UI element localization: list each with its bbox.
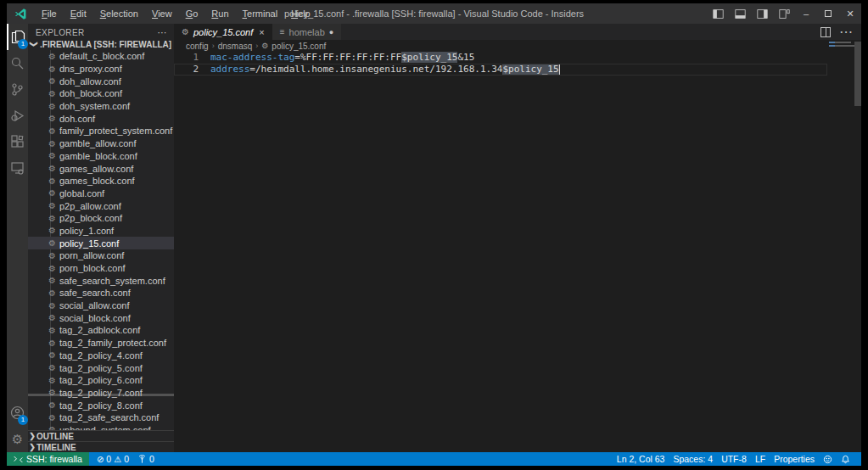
- gear-file-icon: ⚙: [48, 102, 56, 111]
- outline-section[interactable]: ❯ OUTLINE: [28, 430, 174, 441]
- file-name: p2p_allow.conf: [59, 201, 121, 211]
- tab-policy-15[interactable]: ⚙ policy_15.conf ×: [174, 24, 272, 40]
- file-item[interactable]: ⚙tag_2_policy_7.conf: [28, 387, 174, 400]
- file-item[interactable]: ⚙tag_2_policy_5.conf: [28, 361, 174, 374]
- editor-more-actions-icon[interactable]: ⋯: [839, 24, 853, 40]
- file-item[interactable]: ⚙doh.conf: [28, 112, 174, 125]
- language-mode[interactable]: Properties: [770, 454, 819, 464]
- gear-file-icon: ⚙: [48, 301, 56, 311]
- indentation-indicator[interactable]: Spaces: 4: [669, 454, 717, 464]
- file-item[interactable]: ⚙doh_system.conf: [28, 100, 174, 113]
- explorer-more-actions-icon[interactable]: ⋯: [158, 27, 167, 38]
- file-item[interactable]: ⚙p2p_allow.conf: [28, 199, 174, 212]
- gear-file-icon: ⚙: [48, 214, 56, 223]
- file-item[interactable]: ⚙global.conf: [28, 187, 174, 200]
- file-item[interactable]: ⚙policy_1.conf: [28, 225, 174, 238]
- encoding-indicator[interactable]: UTF-8: [717, 454, 751, 464]
- timeline-section[interactable]: ❯ TIMELINE: [28, 441, 174, 452]
- file-item[interactable]: ⚙porn_allow.conf: [28, 249, 174, 262]
- code-line-2[interactable]: 2 address=/heimdall.home.insanegenius.ne…: [174, 64, 827, 76]
- cursor-position[interactable]: Ln 2, Col 63: [613, 454, 669, 464]
- menu-go[interactable]: Go: [180, 7, 204, 20]
- customize-layout-button[interactable]: [773, 3, 795, 24]
- menu-run[interactable]: Run: [205, 7, 234, 20]
- code-area[interactable]: 1 mac-address-tag=%FF:FF:FF:FF:FF:FF$pol…: [174, 52, 827, 76]
- tab-homelab[interactable]: ≡ homelab ●: [272, 24, 342, 40]
- file-item[interactable]: ⚙tag_2_policy_4.conf: [28, 350, 174, 362]
- source-control-icon[interactable]: [7, 76, 28, 103]
- file-item[interactable]: ⚙social_allow.conf: [28, 299, 174, 312]
- breadcrumb-folder[interactable]: config: [186, 42, 209, 51]
- notifications-bell-icon[interactable]: [837, 455, 854, 464]
- tab-close-icon[interactable]: ×: [259, 27, 264, 37]
- file-item[interactable]: ⚙porn_block.conf: [28, 262, 174, 275]
- eol-indicator[interactable]: LF: [751, 454, 770, 464]
- menu-view[interactable]: View: [146, 7, 178, 20]
- file-item[interactable]: ⚙family_protect_system.conf: [28, 125, 174, 137]
- settings-gear-icon[interactable]: ⚙: [7, 426, 28, 452]
- menu-file[interactable]: File: [36, 7, 63, 20]
- extensions-icon[interactable]: [7, 129, 28, 155]
- file-item[interactable]: ⚙safe_search.conf: [28, 287, 174, 299]
- chevron-right-icon: ❯: [28, 432, 36, 440]
- breadcrumb-folder[interactable]: dnsmasq: [218, 42, 253, 51]
- file-name: global.conf: [59, 188, 104, 199]
- accounts-icon[interactable]: 1: [7, 400, 28, 426]
- modified-dot-icon[interactable]: ●: [329, 28, 333, 36]
- file-item[interactable]: ⚙dns_proxy.conf: [28, 63, 174, 76]
- remote-explorer-icon[interactable]: [7, 155, 28, 182]
- menu-edit[interactable]: Edit: [64, 7, 92, 20]
- gear-file-icon: ⚙: [48, 313, 56, 322]
- menu-terminal[interactable]: Terminal: [237, 7, 284, 20]
- file-name: policy_15.conf: [59, 238, 119, 249]
- file-item[interactable]: ⚙default_c_block.conf: [28, 50, 174, 63]
- problems-indicator[interactable]: ⊘ 0 ⚠ 0: [92, 454, 133, 464]
- file-item[interactable]: ⚙social_block.conf: [28, 311, 174, 324]
- toggle-secondary-sidebar-button[interactable]: [751, 3, 773, 24]
- explorer-icon[interactable]: 1: [7, 24, 28, 50]
- ports-indicator[interactable]: 0: [133, 454, 159, 464]
- gear-file-icon: ⚙: [48, 376, 56, 385]
- run-debug-icon[interactable]: [7, 103, 28, 129]
- file-item[interactable]: ⚙unbound_system.conf: [28, 424, 174, 430]
- minimize-button[interactable]: –: [795, 3, 817, 24]
- remote-indicator[interactable]: SSH: firewalla: [7, 452, 89, 466]
- search-icon[interactable]: [7, 50, 28, 76]
- file-item[interactable]: ⚙tag_2_family_protect.conf: [28, 337, 174, 350]
- file-name: tag_2_policy_7.conf: [59, 388, 143, 398]
- toggle-primary-sidebar-button[interactable]: [707, 3, 729, 24]
- minimap[interactable]: [827, 40, 854, 125]
- editor-scrollbar[interactable]: [854, 42, 861, 106]
- error-icon: ⊘: [97, 455, 104, 464]
- gear-file-icon: ⚙: [261, 42, 268, 50]
- code-line-1[interactable]: 1 mac-address-tag=%FF:FF:FF:FF:FF:FF$pol…: [174, 52, 827, 64]
- file-item[interactable]: ⚙tag_2_policy_8.conf: [28, 399, 174, 411]
- file-item[interactable]: ⚙tag_2_adblock.conf: [28, 324, 174, 337]
- file-item[interactable]: ⚙games_block.conf: [28, 175, 174, 187]
- sidebar-horizontal-scrollbar[interactable]: [28, 394, 174, 396]
- file-item[interactable]: ⚙gamble_allow.conf: [28, 137, 174, 150]
- file-item[interactable]: ⚙tag_2_policy_6.conf: [28, 374, 174, 387]
- file-item[interactable]: ⚙doh_block.conf: [28, 87, 174, 100]
- file-item[interactable]: ⚙tag_2_safe_search.conf: [28, 411, 174, 424]
- file-item[interactable]: ⚙gamble_block.conf: [28, 150, 174, 163]
- file-item[interactable]: ⚙doh_allow.conf: [28, 75, 174, 87]
- file-item[interactable]: ⚙games_allow.conf: [28, 162, 174, 175]
- file-name: doh_block.conf: [59, 88, 122, 98]
- window-title: policy_15.conf - .firewalla [SSH: firewa…: [284, 8, 584, 19]
- chevron-down-icon: ❯: [30, 40, 38, 48]
- close-button[interactable]: ✕: [839, 3, 861, 24]
- file-item[interactable]: ⚙safe_search_system.conf: [28, 274, 174, 287]
- vscode-window: FileEditSelectionViewGoRunTerminalHelp p…: [7, 3, 861, 466]
- feedback-icon[interactable]: [819, 455, 837, 464]
- split-editor-icon[interactable]: [820, 27, 831, 37]
- gear-file-icon: ⚙: [48, 201, 56, 210]
- toggle-panel-button[interactable]: [729, 3, 751, 24]
- explorer-sidebar: EXPLORER ⋯ ❯ .FIREWALLA [SSH: FIREWALLA]…: [28, 24, 174, 452]
- breadcrumb-file[interactable]: policy_15.conf: [272, 42, 326, 51]
- menu-selection[interactable]: Selection: [94, 7, 144, 20]
- file-item[interactable]: ⚙policy_15.conf: [28, 237, 174, 249]
- workspace-section-header[interactable]: ❯ .FIREWALLA [SSH: FIREWALLA]: [28, 38, 174, 50]
- file-item[interactable]: ⚙p2p_block.conf: [28, 212, 174, 225]
- restore-button[interactable]: [817, 3, 839, 24]
